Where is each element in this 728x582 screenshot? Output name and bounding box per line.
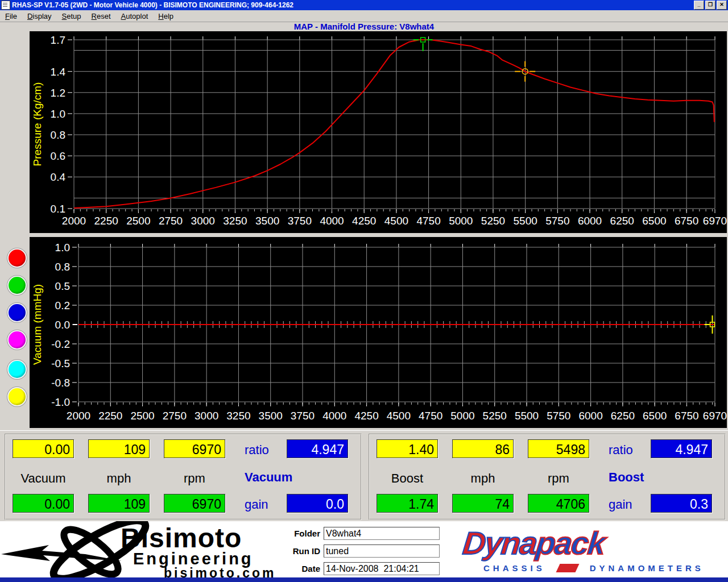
svg-text:2250: 2250 <box>94 215 118 227</box>
boost-group-title: Boost <box>609 470 644 485</box>
minimize-button[interactable]: _ <box>694 1 704 10</box>
svg-text:5000: 5000 <box>449 215 473 227</box>
svg-text:6250: 6250 <box>611 410 635 422</box>
svg-text:6500: 6500 <box>642 215 666 227</box>
boost-current-value: 1.40 <box>377 439 438 458</box>
svg-text:2000: 2000 <box>67 410 90 422</box>
svg-text:1.4: 1.4 <box>51 66 66 78</box>
legend-button-cyan[interactable] <box>7 360 27 379</box>
dynapack-wordmark: Dynapack <box>461 525 606 562</box>
svg-text:0.8: 0.8 <box>51 129 65 141</box>
boost-current-rpm: 5498 <box>528 439 589 458</box>
svg-text:2500: 2500 <box>130 410 154 422</box>
svg-text:4750: 4750 <box>419 410 442 422</box>
svg-text:1.7: 1.7 <box>51 34 65 46</box>
pressure-chart[interactable]: 2000225025002750300032503500375040004250… <box>30 31 727 233</box>
svg-text:4250: 4250 <box>352 215 376 227</box>
svg-text:0.0: 0.0 <box>55 319 70 331</box>
vacuum-col-label: Vacuum <box>13 471 74 486</box>
svg-text:3250: 3250 <box>226 410 250 422</box>
menu-file[interactable]: File <box>0 11 22 22</box>
vacuum-current-mph: 109 <box>88 439 150 458</box>
pressure-chart-canvas[interactable]: 2000225025002750300032503500375040004250… <box>30 31 727 233</box>
svg-text:2750: 2750 <box>159 215 183 227</box>
svg-text:5750: 5750 <box>545 215 569 227</box>
run-id-label: Run ID <box>282 546 324 556</box>
vacuum-readout-group: 0.00 109 6970 ratio 4.947 Vacuum mph rpm… <box>5 434 362 520</box>
menu-reset[interactable]: Reset <box>86 11 116 22</box>
svg-text:6970: 6970 <box>703 215 727 227</box>
vacuum-chart-canvas[interactable]: 2000225025002750300032503500375040004250… <box>30 237 727 428</box>
boost-ratio-value: 4.947 <box>651 439 712 458</box>
trace-color-buttons <box>0 233 30 430</box>
legend-button-green[interactable] <box>7 276 27 295</box>
menu-bar: File Display Setup Reset Autoplot Help <box>0 10 728 22</box>
svg-text:Vacuum (mmHg): Vacuum (mmHg) <box>31 284 43 365</box>
svg-text:4500: 4500 <box>384 215 408 227</box>
boost-peak-mph: 74 <box>452 494 514 513</box>
svg-text:3750: 3750 <box>291 410 315 422</box>
svg-text:4000: 4000 <box>322 410 346 422</box>
svg-text:1.2: 1.2 <box>51 87 65 99</box>
vacuum-group-title: Vacuum <box>245 470 292 485</box>
svg-text:6250: 6250 <box>610 215 634 227</box>
boost-peak-value: 1.74 <box>377 494 438 513</box>
svg-text:0.6: 0.6 <box>51 150 65 162</box>
legend-button-red[interactable] <box>7 248 27 268</box>
rpm-col-label: rpm <box>528 471 589 486</box>
run-id-field[interactable] <box>324 544 440 558</box>
restore-button[interactable]: ❐ <box>705 1 715 10</box>
svg-text:Pressure (Kg/cm): Pressure (Kg/cm) <box>31 82 43 167</box>
folder-field[interactable] <box>324 527 440 540</box>
svg-text:-0.5: -0.5 <box>51 357 70 369</box>
app-icon <box>1 1 10 10</box>
svg-text:0.2: 0.2 <box>55 300 70 311</box>
svg-text:6500: 6500 <box>643 410 667 422</box>
menu-help[interactable]: Help <box>153 11 179 22</box>
vacuum-chart[interactable]: 2000225025002750300032503500375040004250… <box>30 237 727 428</box>
menu-display[interactable]: Display <box>22 11 57 22</box>
svg-text:4750: 4750 <box>416 215 440 227</box>
boost-ratio-label: ratio <box>609 443 633 458</box>
legend-button-yellow[interactable] <box>7 387 27 406</box>
svg-text:5500: 5500 <box>515 410 539 422</box>
footer: Bisimoto Engineering bisimoto.com Folder… <box>0 521 728 577</box>
svg-text:5750: 5750 <box>547 410 570 422</box>
window-title: RHAS-SP V1.7-05 (2WD - Motor Vehicle 400… <box>12 1 694 9</box>
vacuum-ratio-value: 4.947 <box>287 439 348 458</box>
legend-button-blue[interactable] <box>7 303 27 322</box>
rpm-col-label: rpm <box>164 471 225 486</box>
menu-setup[interactable]: Setup <box>57 11 86 22</box>
boost-gain-label: gain <box>609 497 632 512</box>
svg-text:3250: 3250 <box>223 215 247 227</box>
svg-text:6750: 6750 <box>675 410 698 422</box>
legend-button-magenta[interactable] <box>7 330 27 350</box>
svg-text:5000: 5000 <box>450 410 474 422</box>
svg-text:-1.0: -1.0 <box>51 396 70 408</box>
svg-text:2750: 2750 <box>163 410 187 422</box>
bisimoto-logo: Bisimoto Engineering bisimoto.com <box>0 521 296 577</box>
readout-panel: 0.00 109 6970 ratio 4.947 Vacuum mph rpm… <box>0 430 728 522</box>
date-field[interactable] <box>324 562 440 575</box>
svg-text:2250: 2250 <box>98 410 122 422</box>
vacuum-ratio-label: ratio <box>245 443 269 458</box>
menu-autoplot[interactable]: Autoplot <box>116 11 154 22</box>
svg-text:3500: 3500 <box>259 410 283 422</box>
title-bar[interactable]: RHAS-SP V1.7-05 (2WD - Motor Vehicle 400… <box>0 0 728 10</box>
svg-text:0.4: 0.4 <box>51 171 66 183</box>
svg-text:3000: 3000 <box>191 215 215 227</box>
svg-text:3500: 3500 <box>255 215 279 227</box>
svg-text:1.0: 1.0 <box>55 242 70 253</box>
bisimoto-wordmark: Bisimoto <box>121 522 242 554</box>
svg-text:-0.8: -0.8 <box>51 377 70 389</box>
dynapack-subtitle: CHASSIS DYNAMOMETERS <box>483 563 704 573</box>
svg-text:6000: 6000 <box>578 215 602 227</box>
svg-text:2500: 2500 <box>126 215 150 227</box>
mph-col-label: mph <box>452 471 514 486</box>
vacuum-peak-mph: 109 <box>88 494 150 513</box>
bottom-blue-strip <box>0 577 728 582</box>
svg-text:5250: 5250 <box>483 410 507 422</box>
svg-text:4250: 4250 <box>354 410 378 422</box>
close-button[interactable]: ✕ <box>717 1 727 10</box>
mph-col-label: mph <box>88 471 150 486</box>
